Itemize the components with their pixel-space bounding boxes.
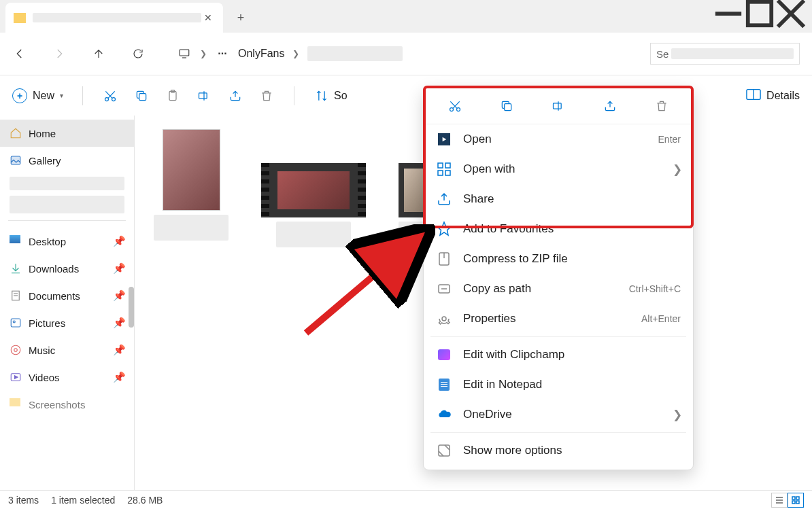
up-button[interactable]: [91, 46, 106, 61]
paste-button[interactable]: [165, 88, 181, 104]
sidebar-item-desktop[interactable]: Desktop 📌: [0, 228, 134, 255]
sidebar-item-videos[interactable]: Videos 📌: [0, 364, 134, 391]
refresh-button[interactable]: [131, 46, 146, 61]
pin-icon[interactable]: 📌: [113, 262, 126, 275]
sidebar-item-downloads[interactable]: Downloads 📌: [0, 255, 134, 282]
svg-rect-4: [180, 50, 189, 56]
ctx-label: Edit in Notepad: [463, 378, 542, 391]
svg-rect-44: [796, 497, 799, 499]
chevron-down-icon: ▾: [60, 92, 63, 99]
view-grid-button[interactable]: [788, 493, 804, 508]
this-pc-icon[interactable]: [177, 46, 192, 61]
ctx-copy-path[interactable]: Copy as path Ctrl+Shift+C: [424, 274, 693, 304]
svg-rect-29: [438, 163, 443, 168]
file-thumbnail[interactable]: [154, 129, 229, 247]
sidebar-blur: [10, 177, 124, 190]
share-button[interactable]: [600, 96, 620, 116]
new-button[interactable]: + New ▾: [12, 88, 63, 103]
sidebar-item-pictures[interactable]: Pictures 📌: [0, 309, 134, 336]
rename-button[interactable]: [548, 96, 569, 116]
divider: [294, 86, 294, 105]
ctx-properties[interactable]: Properties Alt+Enter: [424, 304, 693, 334]
pin-icon[interactable]: 📌: [113, 344, 126, 356]
svg-rect-11: [199, 92, 207, 98]
view-list-button[interactable]: [771, 493, 788, 508]
status-size: 28.6 MB: [127, 495, 163, 506]
sidebar-scrollbar[interactable]: [129, 118, 134, 487]
ctx-shortcut: Enter: [658, 134, 681, 145]
delete-button[interactable]: [652, 96, 672, 116]
details-button[interactable]: Details: [766, 90, 800, 102]
ctx-show-more[interactable]: Show more options: [424, 436, 693, 466]
gallery-icon: [10, 154, 22, 166]
sidebar-item-screenshots[interactable]: Screenshots: [0, 391, 134, 418]
ctx-compress-zip[interactable]: Compress to ZIP file: [424, 244, 693, 274]
pin-icon[interactable]: 📌: [113, 235, 126, 247]
chevron-right-icon[interactable]: ❯: [200, 49, 207, 58]
sort-button[interactable]: So: [314, 88, 348, 104]
maximize-button[interactable]: [744, 0, 775, 27]
forward-button[interactable]: [52, 46, 67, 61]
ctx-onedrive[interactable]: OneDrive ❯: [424, 400, 693, 429]
share-button[interactable]: [227, 88, 243, 104]
search-input[interactable]: Se: [650, 43, 800, 65]
svg-point-37: [442, 317, 446, 321]
ctx-label: Copy as path: [463, 282, 531, 296]
more-crumb-icon[interactable]: ···: [215, 46, 230, 61]
ctx-share[interactable]: Share: [424, 184, 693, 214]
videos-icon: [10, 371, 22, 383]
rename-button[interactable]: [196, 88, 212, 104]
sidebar-item-music[interactable]: Music 📌: [0, 336, 134, 364]
ctx-add-favourites[interactable]: Add to Favourites: [424, 214, 693, 244]
copy-button[interactable]: [496, 96, 517, 116]
sidebar-item-label: Downloads: [29, 263, 79, 275]
status-selected: 1 item selected: [51, 495, 115, 506]
ctx-shortcut: Ctrl+Shift+C: [629, 283, 681, 294]
copy-button[interactable]: [133, 88, 150, 104]
sidebar-item-label: Videos: [29, 372, 60, 383]
ctx-open[interactable]: Open Enter: [424, 124, 693, 154]
play-icon: [436, 131, 452, 147]
sidebar-item-documents[interactable]: Documents 📌: [0, 282, 134, 309]
divider: [82, 86, 83, 105]
downloads-icon: [10, 262, 22, 275]
back-button[interactable]: [12, 46, 27, 61]
chevron-right-icon[interactable]: ❯: [292, 49, 299, 58]
delete-button[interactable]: [258, 88, 275, 104]
ctx-open-with[interactable]: Open with ❯: [424, 154, 693, 184]
sidebar-item-home[interactable]: Home: [0, 120, 134, 147]
ctx-clipchamp[interactable]: Edit with Clipchamp: [424, 340, 693, 370]
sidebar-item-label: Home: [29, 128, 56, 139]
close-tab-button[interactable]: ✕: [201, 11, 215, 24]
more-options-icon: [436, 442, 452, 459]
sidebar-item-gallery[interactable]: Gallery: [0, 147, 134, 174]
folder-icon: [10, 398, 22, 410]
file-name: [276, 222, 351, 247]
svg-rect-45: [792, 501, 795, 504]
breadcrumb[interactable]: ❯ ··· OnlyFans ❯: [177, 46, 626, 61]
close-window-button[interactable]: [775, 0, 807, 27]
file-thumbnail[interactable]: [269, 163, 358, 247]
ctx-label: Share: [463, 192, 494, 206]
breadcrumb-sub[interactable]: [307, 46, 403, 61]
pin-icon[interactable]: 📌: [113, 317, 126, 329]
new-tab-button[interactable]: +: [229, 5, 253, 30]
pin-icon[interactable]: 📌: [113, 289, 126, 302]
cut-button[interactable]: [102, 88, 118, 104]
pin-icon[interactable]: 📌: [113, 371, 126, 383]
ctx-notepad[interactable]: Edit in Notepad: [424, 370, 693, 400]
search-blur: [671, 48, 794, 59]
sidebar-item-label: Gallery: [29, 155, 61, 166]
sidebar-item-label: Desktop: [29, 236, 66, 247]
minimize-button[interactable]: [713, 0, 744, 27]
context-menu-toolbar: [424, 88, 693, 124]
sort-label: So: [334, 90, 348, 102]
video-thumb-icon: [269, 163, 358, 217]
chevron-right-icon: ❯: [673, 162, 682, 177]
svg-rect-46: [796, 501, 799, 504]
cut-button[interactable]: [445, 96, 465, 116]
window-tab[interactable]: ✕: [5, 3, 223, 33]
sidebar-blur: [10, 196, 124, 213]
breadcrumb-current[interactable]: OnlyFans: [238, 48, 284, 60]
svg-point-22: [14, 349, 18, 352]
